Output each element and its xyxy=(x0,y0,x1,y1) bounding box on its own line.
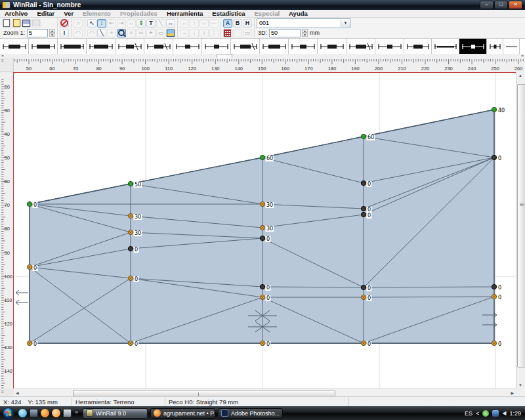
threeD-spinner[interactable]: ▲▼ xyxy=(302,29,308,37)
select-cursor-button[interactable]: ↖ xyxy=(87,19,96,28)
vertical-ruler: 2030405060708090100110120130140150 xyxy=(0,72,13,396)
terrain-node-19[interactable] xyxy=(361,212,366,217)
quick-launch-overflow[interactable]: » xyxy=(75,409,78,415)
terrain-node-17[interactable] xyxy=(361,180,366,185)
chevron-down-icon[interactable]: ▼ xyxy=(341,20,350,27)
grid-toggle-button[interactable] xyxy=(223,29,232,37)
terrain-node-13[interactable] xyxy=(260,284,264,289)
track-piece-16[interactable] xyxy=(459,39,487,54)
abort-button[interactable] xyxy=(60,19,69,28)
image-button[interactable] xyxy=(166,29,175,37)
vertical-scrollbar-thumb[interactable] xyxy=(517,84,525,368)
zoom-spinner[interactable]: ▲▼ xyxy=(49,29,55,37)
warning-button[interactable]: ! xyxy=(60,29,69,37)
track-piece-9[interactable] xyxy=(260,39,289,54)
terrain-node-18[interactable] xyxy=(361,206,366,211)
track-piece-7[interactable] xyxy=(202,39,231,54)
terrain-node-24[interactable] xyxy=(492,155,496,159)
toolbar-row: →↓↕⋮ xyxy=(180,28,219,37)
terrain-node-20[interactable] xyxy=(361,285,366,289)
save-file-button[interactable] xyxy=(22,19,31,28)
library-combobox[interactable]: 001 ▼ xyxy=(257,18,350,28)
scroll-left-icon[interactable]: ◀ xyxy=(16,390,19,395)
elevation-label: 0 xyxy=(33,265,37,271)
track-piece-14[interactable] xyxy=(404,39,432,54)
terrain-node-25[interactable] xyxy=(492,284,496,289)
tray-status-icon[interactable] xyxy=(482,410,489,417)
track-piece-8[interactable] xyxy=(231,39,260,54)
terrain-node-23[interactable] xyxy=(492,107,496,112)
track-piece-11[interactable] xyxy=(318,39,346,54)
measure-button[interactable]: ↔ xyxy=(166,19,175,28)
text-tool-button[interactable]: T xyxy=(146,19,156,28)
track-piece-13[interactable] xyxy=(375,39,404,54)
layout-canvas[interactable]: 000503030000603030000060000000400000 xyxy=(14,72,516,388)
track-piece-4[interactable] xyxy=(116,39,144,54)
terrain-node-12[interactable] xyxy=(260,236,264,240)
new-file-button[interactable] xyxy=(2,19,11,28)
height-anchor-button[interactable]: ↕ xyxy=(97,19,106,28)
start-button[interactable] xyxy=(1,407,16,420)
terrain-node-16[interactable] xyxy=(361,134,366,138)
track-piece-6[interactable] xyxy=(173,39,202,54)
clock[interactable]: 1:29 xyxy=(509,410,521,417)
scroll-right-icon[interactable]: ▶ xyxy=(511,390,514,395)
quick-launch-app-icon[interactable] xyxy=(52,409,60,417)
tray-chevron[interactable]: < xyxy=(476,410,479,417)
terrain-node-6[interactable] xyxy=(128,246,133,251)
svg-text:40: 40 xyxy=(5,131,10,137)
language-indicator[interactable]: ES xyxy=(465,410,472,417)
track-piece-3[interactable] xyxy=(87,39,116,54)
layer-h-button[interactable]: H xyxy=(243,19,252,28)
track-piece-0[interactable] xyxy=(0,39,29,54)
maximize-button[interactable]: □ xyxy=(494,1,508,9)
distribute-v-button: ⋮ xyxy=(209,29,219,37)
menu-editar[interactable]: Editar xyxy=(32,10,59,17)
horizontal-scrollbar[interactable]: ◀ ▶ xyxy=(14,388,516,396)
terrain-node-3[interactable] xyxy=(128,181,133,186)
show-desktop-icon[interactable] xyxy=(30,409,38,417)
firefox-icon[interactable] xyxy=(41,409,49,417)
menu-ver[interactable]: Ver xyxy=(59,10,78,17)
taskbar-task-photoshop[interactable]: Adobe Photosho... xyxy=(218,408,283,419)
align-down-icon: ↓ xyxy=(193,30,196,36)
zoom-input[interactable] xyxy=(27,29,48,37)
open-file-button[interactable] xyxy=(12,19,21,28)
taskbar-task-winrail[interactable]: WinRail 9.0 xyxy=(83,408,148,419)
vertical-scrollbar[interactable]: ▲ ▼ xyxy=(516,72,525,388)
connect-right-icon: ⇥ xyxy=(119,20,124,26)
volume-icon[interactable]: ◀ xyxy=(502,410,506,416)
layer-a-button[interactable]: A xyxy=(223,19,232,28)
threeD-height-input[interactable] xyxy=(269,29,301,37)
track-piece-5[interactable] xyxy=(144,39,173,54)
scroll-right-icon[interactable]: ▶ xyxy=(522,54,524,57)
track-piece-2[interactable] xyxy=(58,39,87,54)
menu-ayuda[interactable]: Ayuda xyxy=(284,10,312,17)
track-piece-17[interactable] xyxy=(487,39,503,54)
close-button[interactable]: × xyxy=(509,1,522,9)
minimize-button[interactable]: – xyxy=(480,1,494,9)
menu-herramienta[interactable]: Herramienta xyxy=(162,10,207,17)
scroll-left-icon[interactable]: ◀ xyxy=(1,54,3,57)
link-icon: ∞ xyxy=(139,30,143,36)
height-spring-button[interactable]: ⇕ xyxy=(136,19,146,28)
menu-estadistica[interactable]: Estadistica xyxy=(207,10,249,17)
tray-update-icon[interactable] xyxy=(492,410,499,417)
zoom-in-button[interactable] xyxy=(117,29,126,37)
line-tool-button[interactable]: ╲ xyxy=(97,29,106,37)
scroll-up-icon[interactable]: ▲ xyxy=(518,74,522,77)
scroll-down-icon[interactable]: ▼ xyxy=(518,383,522,387)
track-piece-18[interactable] xyxy=(503,39,520,54)
layer-b-button[interactable]: B xyxy=(233,19,242,28)
task-label: Adobe Photosho... xyxy=(231,410,280,417)
taskbar-task-firefox[interactable]: agrupament.net • P... xyxy=(150,408,215,419)
terrain-node-9[interactable] xyxy=(260,155,264,159)
menu-archivo[interactable]: Archivo xyxy=(0,10,32,17)
track-piece-12[interactable] xyxy=(346,39,375,54)
skype-icon[interactable] xyxy=(18,409,27,417)
explorer-icon[interactable] xyxy=(63,409,72,417)
track-piece-1[interactable] xyxy=(29,39,58,54)
track-piece-10[interactable] xyxy=(289,39,318,54)
track-piece-15[interactable] xyxy=(432,39,459,54)
terrain-node-0[interactable] xyxy=(27,201,32,206)
